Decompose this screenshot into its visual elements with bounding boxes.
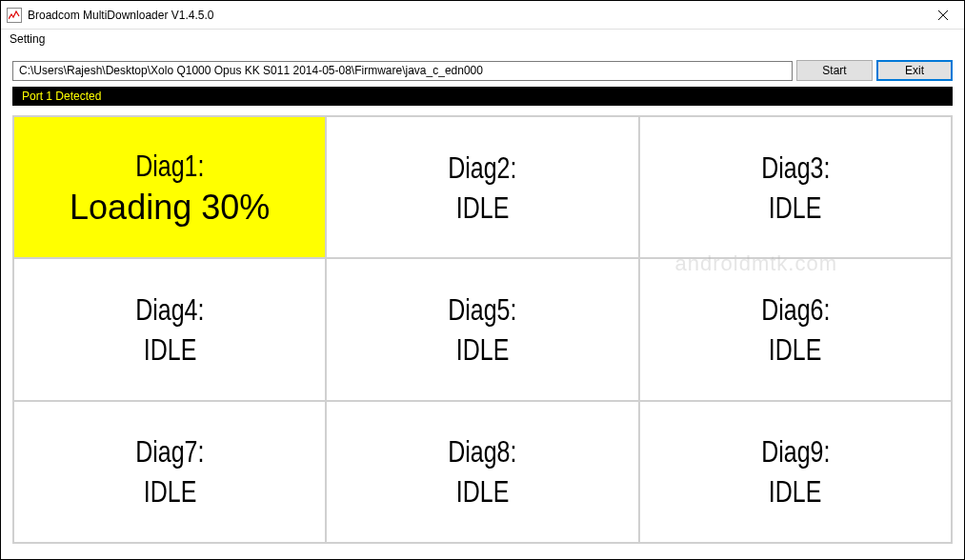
diag-cell-2: Diag2: IDLE — [326, 116, 638, 258]
window-title: Broadcom MultiDownloader V1.4.5.0 — [28, 9, 921, 22]
diag-status: IDLE — [456, 192, 509, 223]
firmware-path-input[interactable] — [12, 61, 793, 81]
diag-status: Loading 30% — [70, 190, 270, 225]
diag-cell-3: Diag3: IDLE — [639, 116, 952, 258]
diag-status: IDLE — [143, 334, 195, 365]
diag-grid: Diag1: Loading 30% Diag2: IDLE Diag3: ID… — [12, 115, 953, 544]
diag-status: IDLE — [769, 192, 821, 223]
diag-status: IDLE — [456, 476, 509, 507]
titlebar: Broadcom MultiDownloader V1.4.5.0 — [1, 1, 964, 30]
menubar: Setting — [1, 30, 964, 49]
diag-title: Diag2: — [448, 152, 516, 183]
diag-status: IDLE — [456, 334, 509, 365]
diag-cell-8: Diag8: IDLE — [326, 401, 638, 543]
menu-setting[interactable]: Setting — [5, 31, 50, 47]
diag-cell-5: Diag5: IDLE — [326, 258, 638, 400]
diag-status: IDLE — [769, 334, 821, 365]
exit-button[interactable]: Exit — [876, 60, 953, 81]
toolbar-row: Start Exit — [12, 60, 953, 81]
diag-cell-6: Diag6: IDLE — [639, 258, 952, 400]
diag-cell-7: Diag7: IDLE — [13, 401, 326, 543]
diag-cell-4: Diag4: IDLE — [13, 258, 326, 400]
diag-title: Diag3: — [761, 152, 830, 183]
status-text: Port 1 Detected — [22, 90, 101, 103]
diag-title: Diag1: — [135, 150, 204, 181]
client-area: Start Exit Port 1 Detected Diag1: Loadin… — [1, 49, 964, 551]
start-button[interactable]: Start — [796, 60, 873, 81]
diag-cell-1: Diag1: Loading 30% — [13, 116, 326, 258]
diag-title: Diag7: — [135, 436, 204, 467]
diag-title: Diag5: — [448, 294, 516, 325]
diag-status: IDLE — [143, 476, 195, 507]
diag-title: Diag4: — [135, 294, 204, 325]
diag-title: Diag9: — [761, 436, 830, 467]
diag-cell-9: Diag9: IDLE — [639, 401, 952, 543]
diag-status: IDLE — [769, 476, 821, 507]
app-icon — [7, 8, 22, 23]
status-strip: Port 1 Detected — [12, 87, 953, 106]
close-button[interactable] — [921, 1, 964, 29]
diag-title: Diag6: — [761, 294, 830, 325]
diag-title: Diag8: — [448, 436, 516, 467]
